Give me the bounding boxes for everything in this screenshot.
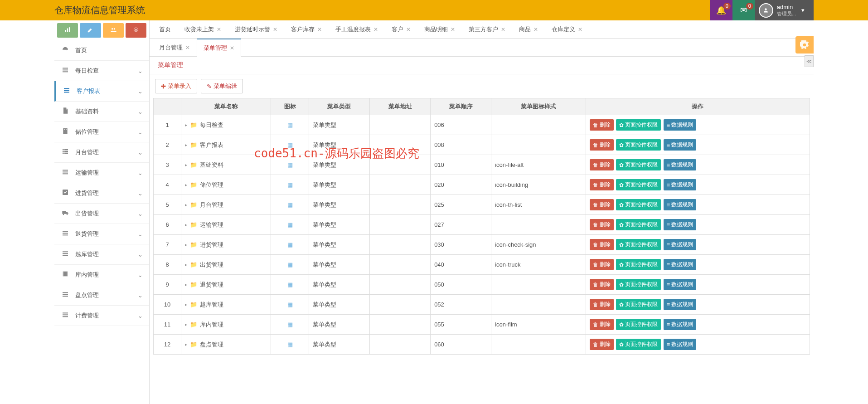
close-icon[interactable]: ✕ bbox=[578, 26, 582, 33]
delete-button[interactable]: 🗑删除 bbox=[590, 159, 614, 170]
tab-tabs1-3[interactable]: 客户库存✕ bbox=[284, 20, 329, 38]
tree-expand-icon[interactable]: ▸ bbox=[185, 302, 187, 307]
delete-button[interactable]: 🗑删除 bbox=[590, 339, 614, 350]
data-rule-button[interactable]: ≡数据规则 bbox=[664, 259, 696, 270]
svg-point-5 bbox=[113, 28, 115, 29]
delete-button[interactable]: 🗑删除 bbox=[590, 119, 614, 131]
tree-expand-icon[interactable]: ▸ bbox=[185, 182, 187, 187]
edit-menu-button[interactable]: ✎菜单编辑 bbox=[201, 79, 243, 93]
tree-expand-icon[interactable]: ▸ bbox=[185, 322, 187, 327]
action-settings[interactable] bbox=[126, 23, 146, 38]
tab-tabs1-7[interactable]: 第三方客户✕ bbox=[462, 20, 512, 38]
tab-tabs1-6[interactable]: 商品明细✕ bbox=[417, 20, 462, 38]
close-icon[interactable]: ✕ bbox=[230, 45, 234, 51]
action-stats[interactable] bbox=[57, 23, 78, 38]
tab-tabs1-8[interactable]: 商品✕ bbox=[512, 20, 545, 38]
data-rule-button[interactable]: ≡数据规则 bbox=[664, 199, 696, 210]
delete-button[interactable]: 🗑删除 bbox=[590, 179, 614, 190]
tree-expand-icon[interactable]: ▸ bbox=[185, 242, 187, 247]
data-rule-button[interactable]: ≡数据规则 bbox=[664, 279, 696, 290]
tab-tabs1-9[interactable]: 仓库定义✕ bbox=[545, 20, 589, 38]
delete-button[interactable]: 🗑删除 bbox=[590, 319, 614, 330]
data-rule-button[interactable]: ≡数据规则 bbox=[664, 339, 696, 350]
close-icon[interactable]: ✕ bbox=[317, 26, 322, 33]
sidebar-item-0[interactable]: 首页 bbox=[54, 40, 149, 61]
close-icon[interactable]: ✕ bbox=[451, 26, 455, 33]
permission-button[interactable]: ✿页面控件权限 bbox=[616, 199, 661, 210]
close-icon[interactable]: ✕ bbox=[273, 26, 277, 33]
sidebar-item-12[interactable]: 盘点管理⌄ bbox=[54, 285, 149, 306]
sidebar-item-9[interactable]: 退货管理⌄ bbox=[54, 224, 149, 244]
sidebar-item-10[interactable]: 越库管理⌄ bbox=[54, 244, 149, 265]
tree-expand-icon[interactable]: ▸ bbox=[185, 122, 187, 127]
delete-button[interactable]: 🗑删除 bbox=[590, 259, 614, 270]
tab-tabs2-0[interactable]: 月台管理✕ bbox=[152, 39, 197, 56]
tab-tabs1-0[interactable]: 首页 bbox=[152, 20, 178, 38]
close-icon[interactable]: ✕ bbox=[217, 26, 221, 33]
sidebar-item-5[interactable]: 月台管理⌄ bbox=[54, 142, 149, 163]
close-icon[interactable]: ✕ bbox=[406, 26, 411, 33]
permission-button[interactable]: ✿页面控件权限 bbox=[616, 319, 661, 330]
data-rule-button[interactable]: ≡数据规则 bbox=[664, 159, 696, 170]
table-wrap[interactable]: code51.cn-源码乐园盗图必究 菜单名称图标菜单类型菜单地址菜单顺序菜单图… bbox=[150, 98, 814, 404]
permission-button[interactable]: ✿页面控件权限 bbox=[616, 279, 661, 290]
tree-expand-icon[interactable]: ▸ bbox=[185, 202, 187, 207]
close-icon[interactable]: ✕ bbox=[373, 26, 378, 33]
data-rule-button[interactable]: ≡数据规则 bbox=[664, 319, 696, 330]
add-menu-button[interactable]: ✚菜单录入 bbox=[155, 79, 197, 93]
permission-button[interactable]: ✿页面控件权限 bbox=[616, 179, 661, 190]
permission-button[interactable]: ✿页面控件权限 bbox=[616, 339, 661, 350]
notifications-bell[interactable]: 🔔 0 bbox=[710, 0, 732, 20]
permission-button[interactable]: ✿页面控件权限 bbox=[616, 219, 661, 230]
action-users[interactable] bbox=[103, 23, 124, 38]
permission-button[interactable]: ✿页面控件权限 bbox=[616, 139, 661, 151]
sidebar-item-2[interactable]: 客户报表⌄ bbox=[54, 81, 149, 102]
tree-expand-icon[interactable]: ▸ bbox=[185, 282, 187, 287]
tab-tabs1-2[interactable]: 进货延时示警✕ bbox=[228, 20, 284, 38]
permission-button[interactable]: ✿页面控件权限 bbox=[616, 159, 661, 170]
tree-expand-icon[interactable]: ▸ bbox=[185, 142, 187, 147]
sidebar-actions bbox=[54, 20, 149, 40]
tree-expand-icon[interactable]: ▸ bbox=[185, 222, 187, 227]
delete-button[interactable]: 🗑删除 bbox=[590, 219, 614, 230]
delete-button[interactable]: 🗑删除 bbox=[590, 199, 614, 210]
sidebar-item-11[interactable]: 库内管理⌄ bbox=[54, 265, 149, 285]
permission-button[interactable]: ✿页面控件权限 bbox=[616, 239, 661, 250]
tree-expand-icon[interactable]: ▸ bbox=[185, 342, 187, 347]
data-rule-button[interactable]: ≡数据规则 bbox=[664, 179, 696, 190]
close-icon[interactable]: ✕ bbox=[501, 26, 505, 33]
permission-button[interactable]: ✿页面控件权限 bbox=[616, 259, 661, 270]
sidebar-item-13[interactable]: 计费管理⌄ bbox=[54, 306, 149, 326]
sidebar-item-4[interactable]: 储位管理⌄ bbox=[54, 122, 149, 142]
close-icon[interactable]: ✕ bbox=[185, 44, 190, 51]
permission-button[interactable]: ✿页面控件权限 bbox=[616, 119, 661, 131]
tab-tabs1-4[interactable]: 手工温度报表✕ bbox=[329, 20, 385, 38]
delete-button[interactable]: 🗑删除 bbox=[590, 279, 614, 290]
tab-tabs1-5[interactable]: 客户✕ bbox=[385, 20, 417, 38]
tree-expand-icon[interactable]: ▸ bbox=[185, 162, 187, 167]
data-rule-button[interactable]: ≡数据规则 bbox=[664, 299, 696, 310]
database-icon: ≡ bbox=[667, 122, 670, 128]
close-icon[interactable]: ✕ bbox=[533, 26, 538, 33]
sidebar-item-1[interactable]: 每日检查⌄ bbox=[54, 61, 149, 81]
notifications-mail[interactable]: ✉ 0 bbox=[732, 0, 755, 20]
sidebar-item-7[interactable]: 进货管理⌄ bbox=[54, 183, 149, 204]
data-rule-button[interactable]: ≡数据规则 bbox=[664, 239, 696, 250]
action-edit[interactable] bbox=[80, 23, 101, 38]
data-rule-button[interactable]: ≡数据规则 bbox=[664, 219, 696, 230]
data-rule-button[interactable]: ≡数据规则 bbox=[664, 119, 696, 131]
user-menu[interactable]: admin 管理员... ▾ bbox=[755, 0, 814, 20]
delete-button[interactable]: 🗑删除 bbox=[590, 299, 614, 310]
permission-button[interactable]: ✿页面控件权限 bbox=[616, 299, 661, 310]
collapse-float-button[interactable]: ≪ bbox=[805, 55, 814, 67]
sidebar-item-3[interactable]: 基础资料⌄ bbox=[54, 102, 149, 122]
settings-float-button[interactable] bbox=[795, 36, 814, 54]
tree-expand-icon[interactable]: ▸ bbox=[185, 262, 187, 267]
tab-tabs1-1[interactable]: 收货未上架✕ bbox=[178, 20, 228, 38]
sidebar-item-6[interactable]: 运输管理⌄ bbox=[54, 163, 149, 183]
delete-button[interactable]: 🗑删除 bbox=[590, 139, 614, 151]
delete-button[interactable]: 🗑删除 bbox=[590, 239, 614, 250]
tab-tabs2-1[interactable]: 菜单管理✕ bbox=[197, 39, 241, 57]
data-rule-button[interactable]: ≡数据规则 bbox=[664, 139, 696, 151]
sidebar-item-8[interactable]: 出货管理⌄ bbox=[54, 204, 149, 224]
